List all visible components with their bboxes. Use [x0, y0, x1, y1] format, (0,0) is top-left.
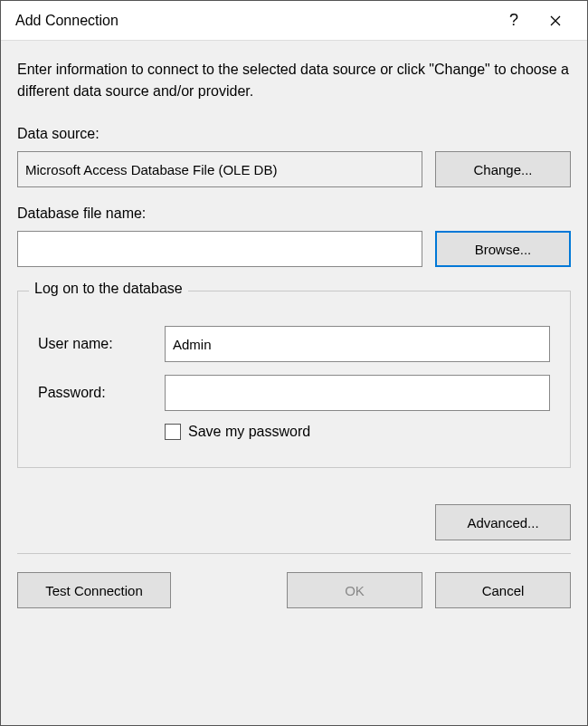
db-file-label: Database file name:: [17, 205, 571, 222]
close-button[interactable]: [535, 1, 576, 41]
data-source-display: Microsoft Access Database File (OLE DB): [17, 151, 422, 187]
browse-button[interactable]: Browse...: [435, 231, 571, 267]
db-file-input[interactable]: [17, 231, 422, 267]
titlebar: Add Connection ?: [1, 1, 587, 41]
ok-button[interactable]: OK: [287, 572, 422, 608]
close-icon: [550, 15, 561, 26]
help-button[interactable]: ?: [493, 1, 535, 41]
cancel-button[interactable]: Cancel: [435, 572, 571, 608]
dialog-body: Enter information to connect to the sele…: [1, 41, 587, 725]
username-input[interactable]: [165, 326, 550, 362]
advanced-button[interactable]: Advanced...: [435, 504, 571, 540]
dialog-footer: Test Connection OK Cancel: [17, 554, 571, 608]
intro-text: Enter information to connect to the sele…: [17, 59, 571, 102]
save-password-checkbox[interactable]: [165, 424, 181, 440]
add-connection-dialog: Add Connection ? Enter information to co…: [0, 0, 588, 726]
change-button[interactable]: Change...: [435, 151, 571, 187]
username-label: User name:: [38, 336, 165, 352]
dialog-title: Add Connection: [15, 13, 493, 29]
data-source-label: Data source:: [17, 126, 571, 142]
test-connection-button[interactable]: Test Connection: [17, 572, 171, 608]
logon-legend: Log on to the database: [29, 281, 188, 297]
password-input[interactable]: [165, 375, 550, 411]
password-label: Password:: [38, 385, 165, 401]
logon-group: Log on to the database User name: Passwo…: [17, 291, 571, 468]
save-password-label: Save my password: [188, 424, 310, 440]
